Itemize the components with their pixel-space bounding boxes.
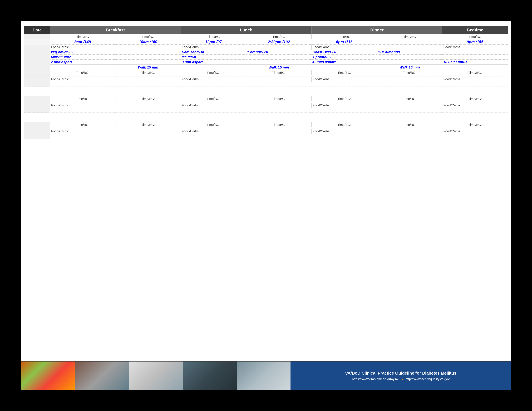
footer-img-4 (183, 362, 237, 390)
row3-tbg1: Time/BG: (50, 122, 115, 128)
row1-date-cell (24, 39, 50, 45)
row1-2nd-tbg4: Time/BG: (246, 70, 312, 75)
row1-walk2: Walk 15 min (246, 65, 312, 70)
footer-dot: ● (401, 377, 403, 381)
row1-fc2-1: Food/Carbs: (50, 77, 181, 82)
row1-ev-2 (115, 75, 181, 77)
footer-url1: https://www.qmo.amedd.army.mil (352, 377, 399, 381)
footer-banner: VA/DoD Clinical Practice Guideline for D… (21, 361, 511, 390)
row3-eb-2 (181, 134, 312, 139)
row1-time-values: 8am /148 10am /160 12pm /97 2:30pm /102 … (24, 39, 508, 45)
subheader-timebg-5: Time/BG (312, 34, 377, 39)
row1-walk1: Walk 15 min (115, 65, 181, 70)
subheader-timebg-7: Time/BG (442, 34, 508, 39)
row1-time6 (377, 39, 442, 45)
row1-exercise-row: Walk 15 min Walk 15 min Walk 15 min (24, 65, 508, 70)
row2-ev-1 (50, 101, 115, 103)
row2-fc-1: Food/Carbs: (50, 103, 181, 108)
row3-empty-bottom (24, 134, 508, 139)
row2-fc-4: Food/Carbs (442, 103, 508, 108)
row1-fv1-empty (442, 50, 508, 55)
row2-ev-2 (115, 101, 181, 103)
row3-ev-3 (181, 127, 246, 129)
row1-fv2-date (24, 55, 50, 60)
subheader-timebg-2: Time/BG (115, 34, 181, 39)
row3-eb-3 (312, 134, 442, 139)
row1-exercise-date (24, 65, 50, 70)
row1-food-label-row: Food/Carbs: Food/Carbs: Food/Carbs: Food… (24, 45, 508, 50)
row1-fv2-empty (442, 55, 508, 60)
subheader-row: Time/BG Time/BG Time/BG Time/BG Time/BG … (24, 34, 508, 39)
row3-ev-4 (246, 127, 312, 129)
row1-ev-5 (312, 75, 377, 77)
row1-food-values-1: veg omlet - 6 Ham sand-34 1 orange- 20 R… (24, 50, 508, 55)
row3-date (24, 122, 50, 128)
row3-timebg: Time/BG: Time/BG: Time/BG: Time/BG: Time… (24, 122, 508, 128)
row3-eb-4 (442, 134, 508, 139)
row3-empty-vals (24, 127, 508, 129)
row2-timebg: Time/BG: Time/BG: Time/BG: Time/BG: Time… (24, 96, 508, 101)
footer-title: VA/DoD Clinical Practice Guideline for D… (345, 371, 456, 376)
row1-unit1: 2 unit aspart (50, 60, 181, 65)
row1-fv1-food4: Roast Beef - 0 (312, 50, 377, 55)
header-lunch: Lunch (181, 26, 312, 34)
row3-tbg5: Time/BG: (312, 122, 377, 128)
row2-empty-bottom (24, 108, 508, 113)
row2-empty-vals (24, 101, 508, 103)
row3-fc-label: Food/Carbs: Food/Carbs: Food/Carbs: Food… (24, 129, 508, 134)
row3-fc-4: Food/Carbs (442, 129, 508, 134)
row1-fv1-food5: ¼ c Almonds (377, 50, 442, 55)
row1-food-label-3: Food/Carbs: (312, 45, 442, 50)
table-header: Date Breakfast Lunch Dinner Bedtime (24, 26, 508, 34)
header-date: Date (24, 26, 50, 34)
row1-eb-date (24, 82, 50, 86)
spacer-2 (24, 113, 508, 122)
row3-tbg4: Time/BG: (246, 122, 312, 128)
row1-unit4: 10 unit Lantus (442, 60, 508, 65)
row1-2nd-date (24, 70, 50, 75)
row1-2nd-tbg7: Time/BG: (442, 70, 508, 75)
row1-2nd-tbg1: Time/BG: (50, 70, 115, 75)
row3-ev-date (24, 127, 50, 129)
row1-2nd-timebg-row: Time/BG: Time/BG: Time/BG: Time/BG: Time… (24, 70, 508, 75)
row1-2nd-tbg5: Time/BG: (312, 70, 377, 75)
footer-img-1 (21, 362, 75, 390)
row2-fc-3: Food/Carbs: (312, 103, 442, 108)
row2-tbg7: Time/BG: (442, 96, 508, 101)
row3-ev-7 (442, 127, 508, 129)
footer-images (21, 362, 291, 390)
row3-ev-2 (115, 127, 181, 129)
subheader-timebg-6: Time/BG (377, 34, 442, 39)
row2-fc-label: Food/Carbs: Food/Carbs: Food/Carbs: Food… (24, 103, 508, 108)
row2-eb-2 (181, 108, 312, 113)
row2-ev-6 (377, 101, 442, 103)
subheader-timebg-3: Time/BG (181, 34, 246, 39)
row2-fc-2: Food/Carbs: (181, 103, 312, 108)
row2-fc-date (24, 103, 50, 108)
row2-tbg3: Time/BG: (181, 96, 246, 101)
row2-tbg1: Time/BG: (50, 96, 115, 101)
row1-time2: 10am /160 (115, 39, 181, 45)
row1-empty-bottom (24, 82, 508, 86)
row3-tbg7: Time/BG: (442, 122, 508, 128)
row1-eb-2 (181, 82, 312, 86)
row1-units-row: 2 unit aspart 3 unit aspart 4 units aspa… (24, 60, 508, 65)
row1-ex-empty2 (181, 65, 246, 70)
row3-ev-5 (312, 127, 377, 129)
row1-ev-date (24, 75, 50, 77)
row1-ev-1 (50, 75, 115, 77)
row1-2nd-tbg3: Time/BG: (181, 70, 246, 75)
row3-tbg6: Time/BG: (377, 122, 442, 128)
row1-unit2: 3 unit aspart (181, 60, 312, 65)
row2-date (24, 96, 50, 101)
row3-eb-date (24, 134, 50, 139)
row1-ev-7 (442, 75, 508, 77)
row3-eb-1 (50, 134, 181, 139)
row1-ex-empty4 (442, 65, 508, 70)
row1-fv2-food2: ice tea-0 (181, 55, 312, 60)
row1-2nd-tbg6: Time/BG: (377, 70, 442, 75)
row1-ex-empty1 (50, 65, 115, 70)
row1-eb-1 (50, 82, 181, 86)
footer-image-collage (21, 362, 291, 390)
row2-tbg4: Time/BG: (246, 96, 312, 101)
